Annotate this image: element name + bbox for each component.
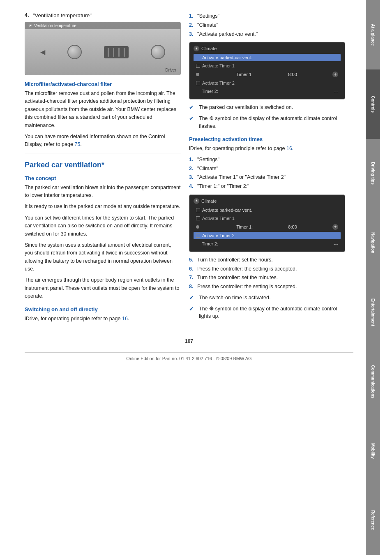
notice-text-1: The parked car ventilation is switched o… (199, 104, 293, 111)
screen-icon: ☀ (28, 23, 32, 28)
step-r2-3: 3. "Activate Timer 1" or "Activate Timer… (189, 173, 345, 181)
timer1-value: 8:00 (288, 72, 297, 77)
concept-body4: Since the system uses a substantial amou… (25, 241, 181, 273)
concept-body1: The parked car ventilation blows air int… (25, 184, 181, 200)
screen2-row-5: Timer 2: --- (194, 240, 341, 247)
notice-4: ✔ The ❊ symbol on the display of the aut… (189, 305, 345, 321)
left-knob (67, 45, 82, 59)
checkbox-icon (196, 56, 200, 60)
checkbox-icon (196, 234, 200, 238)
step-r1-3: 3. "Activate parked-car vent." (189, 30, 345, 38)
page-footer: Online Edition for Part no. 01 41 2 602 … (25, 352, 353, 361)
step-num: 3. (189, 173, 196, 181)
timer2-value: --- (334, 89, 338, 94)
screen1-row-2: Activate Timer 1 (194, 62, 341, 69)
info-icon-4: ✔ (189, 305, 196, 312)
checkbox-icon (196, 81, 200, 85)
page-link-75[interactable]: 75 (74, 141, 80, 147)
item-number-4: 4. (25, 12, 31, 18)
climate-screen-2: ☀ Climate Activate parked-car vent. Acti… (189, 194, 345, 252)
parked-car-title: Parked car ventilation* (25, 161, 181, 169)
step-num: 3. (189, 30, 196, 38)
left-arrow-icon: ◀ (40, 48, 45, 56)
screen2-row-2: Activate Timer 1 (194, 215, 341, 222)
climate-screen-1: ☀ Climate Activate parked-car vent. (189, 42, 345, 99)
screen2-row-4: Activate Timer 2 (194, 232, 341, 239)
step-8: 8. Press the controller: the setting is … (189, 283, 345, 291)
microfilter-title: Microfilter/activated-charcoal filter (25, 81, 181, 87)
step-num: 1. (189, 12, 196, 20)
step-7: 7. Turn the controller: set the minutes. (189, 274, 345, 282)
concept-body2: It is ready to use in the parked car mod… (25, 203, 181, 210)
step-num: 1. (189, 156, 196, 164)
timer2-value-2: --- (334, 241, 338, 246)
info-icon: ✔ (189, 115, 196, 122)
page-number: 107 (25, 338, 353, 344)
step-5: 5. Turn the controller: set the hours. (189, 256, 345, 264)
sidebar-item-controls[interactable]: Controls (366, 69, 380, 139)
plus-button[interactable]: + (332, 72, 338, 77)
microfilter-body2: You can have more detailed information s… (25, 133, 181, 149)
step-text: "Climate" (197, 21, 218, 29)
nav-dot (196, 73, 199, 76)
notice-text-4: The ❊ symbol on the display of the autom… (199, 305, 345, 321)
screen-icon-1: ☀ (194, 46, 199, 51)
notice-2: ✔ The ❊ symbol on the display of the aut… (189, 115, 345, 130)
notice-text-3: The switch-on time is activated. (199, 294, 270, 302)
ventilation-image: ☀ Ventilation temperature ◀ (25, 22, 181, 75)
step-r1-2: 2. "Climate" (189, 21, 345, 29)
step-r2-2: 2. "Climate" (189, 165, 345, 173)
sidebar-item-communications[interactable]: Communications (366, 347, 380, 416)
screen1-title: Climate (201, 46, 217, 51)
switching-title: Switching on and off directly (25, 306, 181, 312)
screen1-row-5: Timer 2: --- (194, 88, 341, 95)
screen2-title: Climate (201, 199, 217, 204)
concept-title: The concept (25, 175, 181, 181)
page-link-16a[interactable]: 16 (122, 316, 128, 321)
checkmark-icon: ✔ (189, 104, 196, 111)
screen1-row-3: Timer 1: 8:00 + (194, 70, 341, 79)
screen2-row-3: Timer 1: 8:00 + (194, 223, 341, 231)
preselecting-title: Preselecting activation times (189, 136, 345, 142)
sidebar-item-driving[interactable]: Driving tips (366, 139, 380, 208)
page-link-16b[interactable]: 16 (286, 146, 292, 151)
sidebar-item-mobility[interactable]: Mobility (366, 416, 380, 486)
step-num: 2. (189, 165, 196, 173)
screen2-row-1: Activate parked-car vent. (194, 206, 341, 214)
step-6: 6. Press the controller: the setting is … (189, 265, 345, 273)
notice-1: ✔ The parked car ventilation is switched… (189, 104, 345, 111)
microfilter-body1: The microfilter removes dust and pollen … (25, 90, 181, 130)
checkbox-icon (196, 64, 200, 68)
sidebar-item-navigation[interactable]: Navigation (366, 208, 380, 278)
screen1-row-1: Activate parked-car vent. (194, 54, 341, 61)
step-r1-1: 1. "Settings" (189, 12, 345, 20)
item-label-4: "Ventilation temperature" (33, 12, 92, 18)
plus-button-2[interactable]: + (332, 224, 338, 230)
image-footer-label: Driver (165, 68, 176, 72)
sidebar-item-entertainment[interactable]: Entertainment (366, 278, 380, 347)
notice-text-2: The ❊ symbol on the display of the autom… (199, 115, 345, 130)
notice-3: ✔ The switch-on time is activated. (189, 294, 345, 302)
sidebar-item-reference[interactable]: Reference (366, 486, 380, 555)
checkmark-icon-3: ✔ (189, 294, 196, 301)
footer-area: 107 Online Edition for Part no. 01 41 2 … (25, 338, 353, 361)
concept-body3: You can set two different times for the … (25, 214, 181, 238)
step-num: 4. (189, 183, 196, 190)
separator (25, 153, 181, 153)
checkbox-icon (196, 216, 200, 220)
nav-dot (196, 225, 199, 229)
after-screen-steps: 5. Turn the controller: set the hours. 6… (189, 256, 345, 291)
sidebar: At a glance Controls Driving tips Naviga… (366, 0, 380, 555)
right-steps-1: 1. "Settings" 2. "Climate" 3. "Activate … (189, 12, 345, 38)
timer1-value-2: 8:00 (288, 224, 297, 229)
screen1-row-4: Activate Timer 2 (194, 79, 341, 87)
checkbox-icon (196, 208, 200, 212)
sidebar-item-at-glance[interactable]: At a glance (366, 0, 380, 69)
preselecting-intro: iDrive, for operating principle refer to… (189, 145, 345, 153)
step-text: "Activate parked-car vent." (197, 30, 258, 38)
step-num: 2. (189, 21, 196, 29)
right-knob (151, 45, 165, 59)
screen-icon-2: ☀ (194, 198, 199, 204)
step-r2-4: 4. "Timer 1:" or "Timer 2:" (189, 183, 345, 190)
right-steps-2: 1. "Settings" 2. "Climate" 3. "Activate … (189, 156, 345, 190)
